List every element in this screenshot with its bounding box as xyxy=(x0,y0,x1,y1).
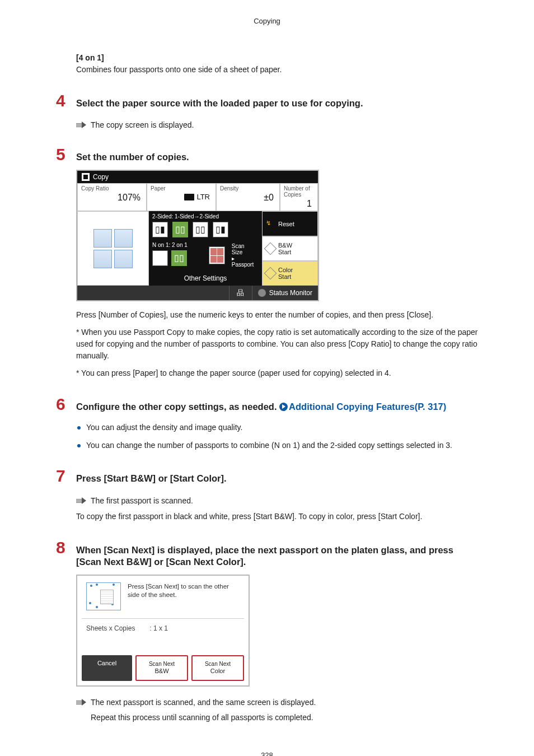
scan-next-color-button[interactable]: Scan Next Color xyxy=(191,655,244,680)
result-arrow-icon xyxy=(76,699,87,706)
copy-screen-title: Copy xyxy=(93,173,109,181)
step-7-result: The first passport is scanned. xyxy=(76,496,478,505)
result-arrow-icon xyxy=(76,497,87,504)
step-7: 7 Press [Start B&W] or [Start Color]. xyxy=(56,468,478,484)
additional-features-link[interactable]: Additional Copying Features(P. 317) xyxy=(289,402,446,412)
n-on-1-icon-2-selected: ▯▯ xyxy=(171,250,187,266)
two-sided-label: 2-Sided: 1-Sided→2-Sided xyxy=(152,213,259,220)
number-of-copies-button[interactable]: Number of Copies 1 xyxy=(280,183,318,211)
sheets-copies-value: : 1 x 1 xyxy=(149,624,168,632)
page-header: Copying xyxy=(56,17,478,25)
paper-button[interactable]: Paper LTR xyxy=(147,183,216,211)
step-4-title: Select the paper source with the loaded … xyxy=(76,97,478,109)
step-8-p1: Repeat this process until scanning of al… xyxy=(91,712,478,724)
platen-glass-icon xyxy=(86,582,121,610)
step-8-number: 8 xyxy=(56,539,76,556)
paper-label: Paper xyxy=(151,185,212,192)
step-4: 4 Select the paper source with the loade… xyxy=(56,92,478,109)
status-monitor-label: Status Monitor xyxy=(269,289,312,297)
gear-icon xyxy=(258,289,266,297)
result-arrow-icon xyxy=(76,122,87,128)
reset-label: Reset xyxy=(278,221,294,227)
scan-size-value: ▸ Passport xyxy=(232,255,255,268)
n-on-1-label: N on 1: 2 on 1 xyxy=(152,242,202,248)
scan-size-button[interactable]: Scan Size ▸ Passport xyxy=(228,242,259,269)
step-6-bullets: You can adjust the density and image qua… xyxy=(76,422,478,451)
diamond-icon xyxy=(264,242,277,255)
four-on-one-heading: [4 on 1] xyxy=(76,53,478,62)
step-5: 5 Set the number of copies. xyxy=(56,146,478,163)
step-7-result-text: The first passport is scanned. xyxy=(91,496,193,505)
scan-next-bw-button[interactable]: Scan Next B&W xyxy=(135,655,188,680)
four-on-one-text: Combines four passports onto one side of… xyxy=(76,64,478,76)
sided-icon-3: ▯▯ xyxy=(193,222,208,237)
scan-next-bw-label: B&W xyxy=(139,668,185,675)
copy-ratio-value: 107% xyxy=(81,192,143,203)
color-start-button[interactable]: Color Start xyxy=(262,261,318,286)
step-4-result-text: The copy screen is displayed. xyxy=(91,120,194,129)
step-6-number: 6 xyxy=(56,396,76,413)
page-number: 328 xyxy=(56,751,478,756)
scan-next-color-label: Color xyxy=(195,668,241,675)
layout-grid-icon xyxy=(209,246,225,264)
reset-button[interactable]: ↯ Reset xyxy=(262,211,318,236)
step-4-result: The copy screen is displayed. xyxy=(76,120,478,129)
network-icon[interactable]: 品 xyxy=(229,286,252,300)
step-6-bullet-1: You can adjust the density and image qua… xyxy=(76,422,478,433)
density-label: Density xyxy=(220,185,276,192)
copy-screen-titlebar: Copy xyxy=(77,171,318,183)
step-6-bullet-2: You can change the number of passports t… xyxy=(76,440,478,451)
density-value: ±0 xyxy=(220,192,276,203)
step-8-result: The next passport is scanned, and the sa… xyxy=(76,698,478,707)
step-5-p3: * You can press [Paper] to change the pa… xyxy=(76,367,478,379)
scan-next-label: Scan Next xyxy=(195,661,241,668)
link-arrow-icon xyxy=(279,403,288,411)
step-7-number: 7 xyxy=(56,468,76,484)
sided-icon-4: ▯▮ xyxy=(213,222,228,237)
copy-icon xyxy=(82,173,90,181)
step-5-p2: * When you use Passport Copy to make cop… xyxy=(76,326,478,362)
sheets-copies-label: Sheets x Copies xyxy=(86,624,148,632)
step-7-title: Press [Start B&W] or [Start Color]. xyxy=(76,473,478,484)
bw-start-label-2: Start xyxy=(278,249,292,255)
diamond-icon xyxy=(264,267,277,280)
bw-start-label-1: B&W xyxy=(278,242,292,249)
sided-icon-2-selected: ▯▯ xyxy=(172,222,188,237)
step-6-title: Configure the other copy settings, as ne… xyxy=(76,401,478,413)
bw-start-button[interactable]: B&W Start xyxy=(262,236,318,261)
step-7-p1: To copy the first passport in black and … xyxy=(76,511,478,522)
scan-next-figure: Press [Scan Next] to scan the other side… xyxy=(76,575,478,686)
step-6: 6 Configure the other copy settings, as … xyxy=(56,396,478,413)
paper-tray-icon xyxy=(184,194,194,200)
step-5-number: 5 xyxy=(56,146,76,163)
sheets-copies-row: Sheets x Copies : 1 x 1 xyxy=(82,618,244,638)
scan-next-instruction: Press [Scan Next] to scan the other side… xyxy=(128,582,240,599)
copy-ratio-label: Copy Ratio xyxy=(81,185,143,192)
sided-icon-1: ▯▮ xyxy=(152,222,168,237)
color-start-label-2: Start xyxy=(278,273,293,280)
passport-preview-icon xyxy=(93,229,133,268)
reset-icon: ↯ xyxy=(266,220,275,228)
step-8-title: When [Scan Next] is displayed, place the… xyxy=(76,544,478,568)
step-8: 8 When [Scan Next] is displayed, place t… xyxy=(56,539,478,568)
copies-label: Number of Copies xyxy=(284,185,314,198)
step-5-p1: Press [Number of Copies], use the numeri… xyxy=(76,309,478,321)
copy-screen-figure: Copy Copy Ratio 107% Paper LTR Density ±… xyxy=(76,170,478,301)
other-settings-button[interactable]: Other Settings xyxy=(149,271,262,286)
copy-ratio-button[interactable]: Copy Ratio 107% xyxy=(77,183,147,211)
status-monitor-button[interactable]: Status Monitor xyxy=(252,286,318,300)
step-8-result-text: The next passport is scanned, and the sa… xyxy=(91,698,316,707)
density-button[interactable]: Density ±0 xyxy=(216,183,280,211)
step-4-number: 4 xyxy=(56,92,76,109)
step-5-title: Set the number of copies. xyxy=(76,151,478,163)
scan-size-label: Scan Size xyxy=(232,243,255,255)
copy-preview xyxy=(77,211,149,286)
scan-next-label: Scan Next xyxy=(139,661,185,668)
step-6-title-text: Configure the other copy settings, as ne… xyxy=(76,402,279,412)
cancel-button[interactable]: Cancel xyxy=(82,655,132,680)
n-on-1-icon-1 xyxy=(152,250,168,266)
copies-value: 1 xyxy=(284,198,314,209)
paper-value: LTR xyxy=(196,193,210,201)
two-sided-button[interactable]: 2-Sided: 1-Sided→2-Sided ▯▮ ▯▯ ▯▯ ▯▮ xyxy=(149,211,262,240)
n-on-1-button[interactable]: N on 1: 2 on 1 ▯▯ xyxy=(149,240,205,271)
